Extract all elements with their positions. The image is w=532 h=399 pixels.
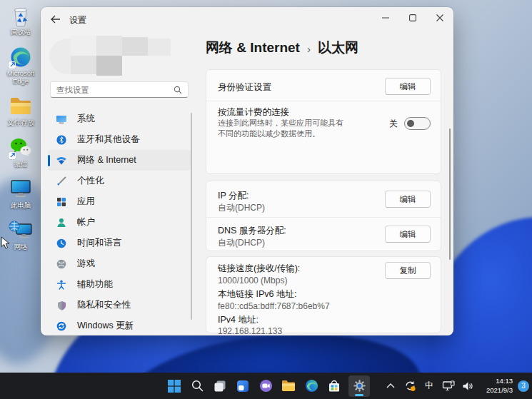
sidebar-item-label: 辅助功能	[77, 278, 113, 291]
tray-clock[interactable]: 14:13 2021/9/3	[480, 377, 513, 395]
close-button[interactable]	[426, 7, 453, 29]
system-icon	[56, 113, 67, 125]
sidebar-item-label: 帐户	[77, 216, 95, 228]
breadcrumb-current page-title: 以太网	[318, 39, 358, 57]
metered-connection-description: 连接到此网络时，某些应用可能具有不同的功能以减少数据使用。	[218, 118, 345, 140]
ime-indicator[interactable]: 中	[422, 378, 436, 395]
tray-sync-icon[interactable]	[403, 378, 417, 395]
divider	[206, 217, 441, 218]
copy-button[interactable]: 复制	[385, 262, 431, 279]
sidebar-item-label: 时间和语言	[77, 237, 122, 249]
desktop-icon-this-pc[interactable]: 此电脑	[1, 178, 40, 210]
taskbar-center-icons	[166, 373, 370, 399]
notification-badge[interactable]: 3	[518, 380, 529, 392]
metered-toggle-switch[interactable]	[404, 117, 431, 130]
tray-chevron-up-icon[interactable]	[383, 378, 398, 395]
minimize-button[interactable]	[372, 7, 399, 29]
sidebar-item-accessibility[interactable]: 辅助功能	[48, 274, 191, 295]
card-auth-metered: 身份验证设置 编辑 按流量计费的连接 连接到此网络时，某些应用可能具有不同的功能…	[206, 69, 441, 174]
search-icon	[174, 86, 182, 94]
sidebar-item-windows-update[interactable]: Windows 更新	[48, 315, 191, 335]
sidebar-item-time-language[interactable]: 时间和语言	[48, 233, 191, 253]
sidebar-item-bluetooth-devices[interactable]: 蓝牙和其他设备	[48, 129, 191, 150]
dns-assignment-label: DNS 服务器分配:	[218, 225, 286, 237]
sidebar-item-network-internet[interactable]: 网络 & Internet	[48, 150, 191, 171]
network-wifi-icon	[56, 155, 67, 166]
sidebar-scrollbar[interactable]	[191, 113, 192, 320]
task-view-button[interactable]	[211, 378, 229, 395]
desktop-icon-recycle-bin[interactable]: 回收站	[1, 4, 40, 36]
chat-button[interactable]	[257, 378, 274, 395]
auth-edit-button[interactable]: 编辑	[385, 78, 431, 95]
sidebar-item-personalization[interactable]: 个性化	[48, 171, 191, 191]
sidebar-item-system[interactable]: 系统	[48, 108, 191, 129]
account-redacted-block[interactable]	[49, 36, 182, 77]
desktop-icon-label: 回收站	[11, 29, 31, 36]
store-icon	[328, 380, 341, 393]
metered-connection-title: 按流量计费的连接	[218, 106, 289, 118]
breadcrumb-root[interactable]: 网络 & Internet	[206, 39, 300, 57]
tray-time: 14:13	[480, 377, 513, 386]
active-app-indicator	[355, 394, 363, 396]
store-button[interactable]	[326, 378, 343, 395]
wechat-icon	[9, 136, 33, 159]
settings-taskbar-button[interactable]	[348, 375, 370, 397]
search-input[interactable]	[56, 86, 174, 94]
personalization-icon	[56, 176, 67, 187]
gaming-icon	[56, 258, 67, 270]
divider	[206, 101, 441, 101]
back-button[interactable]	[46, 11, 65, 28]
redaction-pixel	[96, 36, 122, 56]
sidebar-item-privacy-security[interactable]: 隐私和安全性	[48, 295, 191, 315]
widgets-button[interactable]	[234, 378, 251, 395]
sidebar-item-label: 隐私和安全性	[77, 299, 131, 311]
link-speed-label: 链接速度(接收/传输):	[218, 263, 300, 275]
widgets-icon	[236, 380, 249, 393]
desktop-icon-folder[interactable]: 文件存放	[1, 95, 40, 127]
sidebar-nav: 系统 蓝牙和其他设备 网络 & Internet 个性化 应用	[48, 108, 191, 335]
task-view-icon	[214, 380, 226, 393]
desktop-icon-wechat[interactable]: 微信	[1, 136, 40, 168]
volume-icon[interactable]	[461, 378, 475, 395]
sidebar-item-apps[interactable]: 应用	[48, 191, 191, 212]
time-language-icon	[56, 238, 67, 249]
dns-edit-button[interactable]: 编辑	[385, 226, 431, 243]
content-scrollbar[interactable]	[449, 128, 451, 260]
window-controls	[372, 7, 453, 29]
sidebar-item-gaming[interactable]: 游戏	[48, 253, 191, 274]
taskbar-search-button[interactable]	[189, 378, 206, 395]
search-icon	[191, 380, 204, 392]
accessibility-icon	[56, 279, 67, 291]
settings-search-box[interactable]	[50, 81, 189, 98]
sidebar-item-label: 应用	[77, 196, 95, 208]
network-ethernet-icon[interactable]	[441, 378, 456, 395]
settings-gear-icon	[353, 379, 366, 393]
apps-icon	[56, 196, 67, 208]
desktop-icon-edge[interactable]: Microsoft Edge	[1, 46, 40, 86]
ip-assignment-value: 自动(DHCP)	[218, 202, 265, 214]
window-title: 设置	[69, 14, 86, 26]
desktop-icon-label: 此电脑	[11, 202, 31, 210]
edge-taskbar-button[interactable]	[303, 378, 320, 395]
toggle-state-label: 关	[389, 118, 398, 130]
redaction-pixel	[71, 56, 96, 74]
card-link-info: 链接速度(接收/传输): 1000/1000 (Mbps) 本地链接 IPv6 …	[206, 256, 441, 333]
file-explorer-button[interactable]	[280, 378, 297, 395]
redaction-pixel	[71, 36, 96, 56]
taskbar: 中 14:13 2021/9/3 3	[0, 373, 532, 399]
titlebar[interactable]: 设置	[41, 7, 453, 31]
sidebar-item-accounts[interactable]: 帐户	[48, 212, 191, 233]
start-button[interactable]	[166, 378, 183, 395]
ip-edit-button[interactable]: 编辑	[385, 191, 431, 208]
sidebar-item-label: 个性化	[77, 175, 104, 187]
auth-settings-label: 身份验证设置	[218, 81, 271, 94]
desktop-icon-label: Microsoft Edge	[1, 70, 40, 86]
metered-toggle-group: 关	[389, 117, 431, 130]
redaction-pixel	[96, 56, 122, 76]
tray-date: 2021/9/3	[480, 386, 513, 395]
maximize-button[interactable]	[399, 7, 426, 29]
sidebar-item-label: 蓝牙和其他设备	[77, 133, 140, 146]
accounts-icon	[56, 217, 67, 228]
dns-assignment-value: 自动(DHCP)	[218, 237, 265, 249]
chat-icon	[259, 379, 273, 393]
